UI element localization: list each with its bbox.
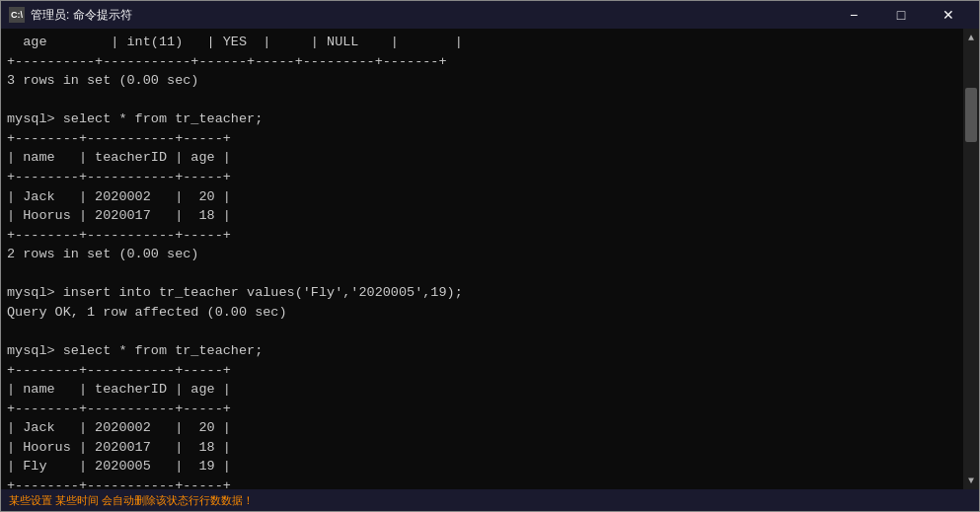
close-button[interactable]: ✕ [926, 1, 971, 29]
title-bar: C:\ 管理员: 命令提示符 − □ ✕ [1, 1, 979, 29]
status-bar: 某些设置 某些时间 会自动删除该状态行行数数据！ [1, 489, 979, 511]
title-bar-text: 管理员: 命令提示符 [31, 7, 831, 24]
terminal-output[interactable]: age | int(11) | YES | | NULL | | +------… [1, 29, 963, 489]
window-icon: C:\ [9, 7, 25, 23]
minimize-button[interactable]: − [831, 1, 876, 29]
scroll-down-button[interactable]: ▼ [964, 474, 978, 487]
terminal-text: age | int(11) | YES | | NULL | | +------… [7, 33, 945, 489]
cmd-window: C:\ 管理员: 命令提示符 − □ ✕ age | int(11) | YES… [0, 0, 980, 512]
status-text: 某些设置 某些时间 会自动删除该状态行行数数据！ [9, 493, 254, 508]
scroll-track[interactable] [964, 44, 978, 474]
scroll-up-button[interactable]: ▲ [964, 31, 978, 44]
window-controls: − □ ✕ [831, 1, 971, 29]
maximize-button[interactable]: □ [878, 1, 924, 29]
scroll-thumb[interactable] [965, 88, 977, 142]
scrollbar[interactable]: ▲ ▼ [963, 29, 979, 489]
